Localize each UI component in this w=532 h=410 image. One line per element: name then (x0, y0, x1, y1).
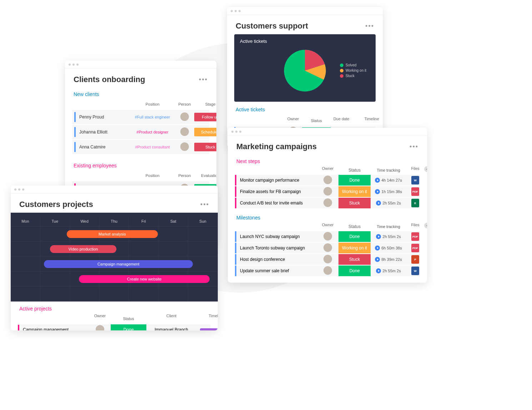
day-header: Thu (100, 216, 129, 227)
table-row[interactable]: Campaign management Done Immanuel Branch (18, 324, 211, 330)
play-icon[interactable] (375, 257, 380, 262)
customers-projects-card: Customers projects ••• MonTueWedThuFriSa… (11, 186, 218, 330)
section-existing-employees[interactable]: Existing employees (65, 159, 216, 171)
file-icon[interactable]: PDF (411, 232, 419, 241)
avatar[interactable] (180, 127, 189, 136)
day-header: Sat (159, 216, 188, 227)
avatar[interactable] (180, 112, 189, 121)
col-status: Status (338, 166, 371, 174)
col-position: Position (129, 100, 176, 108)
day-header: Mon (11, 216, 40, 227)
play-icon[interactable] (376, 268, 381, 273)
marketing-campaigns-card: Marketing campaigns ••• Next steps Owner… (228, 128, 427, 283)
position-tag[interactable]: #Full stack engineer (129, 113, 176, 121)
status-pill[interactable]: Done (338, 231, 371, 242)
gantt-bar[interactable]: Market analysis (67, 230, 158, 238)
play-icon[interactable] (376, 234, 381, 239)
gantt-bar[interactable]: Create new website (79, 275, 209, 283)
avatar[interactable] (323, 198, 332, 207)
time-tracking[interactable]: 2h 55m 2s (371, 201, 406, 206)
status-pill[interactable]: Done (338, 265, 371, 276)
table-row[interactable]: Anna Catmire #Product consultant Stuck D… (72, 140, 209, 154)
file-icon[interactable]: W (411, 176, 419, 184)
stage-pill[interactable]: Stuck (194, 143, 216, 151)
avatar[interactable] (96, 325, 104, 331)
add-column-icon[interactable]: + (424, 166, 427, 172)
status-pill[interactable]: Done (111, 324, 146, 330)
status-pill[interactable]: Done (338, 175, 371, 186)
time-tracking[interactable]: 1h 15m 38s (371, 189, 406, 194)
table-row[interactable]: Finalize assets for FB campaign Working … (235, 186, 420, 197)
col-owner: Owner (89, 314, 111, 324)
section-milestones[interactable]: Milestones (228, 209, 427, 223)
task-name: Launch Toronto subway campaign (240, 246, 305, 250)
status-pill[interactable]: Working on it (338, 186, 371, 197)
status-pill[interactable]: Stuck (338, 254, 371, 265)
add-column-icon[interactable]: + (424, 223, 427, 228)
time-tracking[interactable]: 8h 39m 22s (371, 257, 406, 262)
table-row[interactable]: Monitor campaign performance Done 4h 14m… (235, 175, 420, 186)
section-next-steps[interactable]: Next steps (228, 155, 427, 166)
avatar[interactable] (323, 266, 332, 275)
avatar[interactable] (323, 232, 332, 241)
task-name: Update summer sale brief (240, 268, 289, 273)
more-icon[interactable]: ••• (199, 76, 208, 83)
stage-pill[interactable]: Scheduled (194, 128, 216, 136)
more-icon[interactable]: ••• (200, 201, 209, 208)
table-row[interactable]: Host design conference Stuck 8h 39m 22s … (235, 254, 420, 265)
file-icon[interactable]: E (411, 199, 419, 207)
timeline-bar[interactable] (200, 328, 218, 330)
file-icon[interactable]: PDF (411, 244, 419, 252)
col-status: Status (338, 223, 371, 231)
gantt-bar[interactable]: Campaign management (44, 260, 193, 268)
col-owner: Owner (317, 166, 338, 174)
table-row[interactable]: Conduct A/B test for invite emails Stuck… (235, 198, 420, 208)
card-title: Marketing campaigns (236, 142, 317, 151)
avatar[interactable] (323, 255, 332, 263)
position-tag[interactable]: #Product consultant (129, 143, 176, 151)
legend-stuck: Stuck (346, 74, 355, 78)
avatar[interactable] (323, 243, 332, 252)
section-new-clients[interactable]: New clients (65, 88, 216, 99)
stage-pill[interactable]: Follow up (194, 113, 216, 121)
section-active-projects[interactable]: Active projects (11, 302, 218, 314)
table-row[interactable]: Penny Proud #Full stack engineer Follow … (72, 110, 209, 124)
avatar[interactable] (323, 187, 332, 196)
window-titlebar (65, 61, 216, 69)
status-pill[interactable]: Working on it (338, 243, 371, 253)
window-titlebar (228, 128, 427, 136)
file-icon[interactable]: PDF (411, 187, 419, 196)
avatar[interactable] (323, 176, 332, 184)
customers-support-card: Customers support ••• Active tickets Sol… (227, 7, 383, 147)
card-title: Customers projects (19, 200, 93, 209)
col-timeline: Timeline (196, 314, 218, 324)
table-row[interactable]: Launch Toronto subway campaign Working o… (235, 243, 420, 253)
card-title: Clients onboarding (74, 75, 145, 84)
table-row[interactable]: Launch NYC subway campaign Done 2h 55m 2… (235, 231, 420, 242)
position-tag[interactable]: #Product designer (129, 128, 176, 136)
window-titlebar (227, 7, 383, 15)
day-header: Sun (188, 216, 218, 227)
table-row[interactable]: Update summer sale brief Done 2h 55m 2s … (235, 265, 420, 276)
more-icon[interactable]: ••• (365, 22, 374, 30)
play-icon[interactable] (375, 189, 380, 194)
more-icon[interactable]: ••• (410, 143, 418, 151)
file-icon[interactable]: P (411, 255, 419, 264)
table-row[interactable]: Johanna Elliott #Product designer Schedu… (72, 125, 209, 139)
section-active-tickets[interactable]: Active tickets (227, 102, 383, 115)
gantt-bar[interactable]: Video production (50, 245, 116, 253)
time-tracking[interactable]: 2h 55m 2s (371, 268, 406, 273)
avatar[interactable] (180, 142, 189, 151)
time-tracking[interactable]: 2h 55m 2s (371, 234, 406, 239)
task-name: Conduct A/B test for invite emails (240, 201, 303, 206)
play-icon[interactable] (376, 201, 381, 206)
file-icon[interactable]: W (411, 267, 419, 275)
col-timeline: Timeline (352, 117, 383, 125)
play-icon[interactable] (375, 246, 380, 250)
play-icon[interactable] (375, 178, 380, 183)
status-pill[interactable]: Stuck (338, 198, 371, 208)
task-name: Host design conference (240, 257, 285, 262)
card-title: Customers support (236, 21, 308, 31)
time-tracking[interactable]: 4h 14m 27s (371, 178, 406, 183)
time-tracking[interactable]: 6h 50m 38s (371, 246, 406, 250)
